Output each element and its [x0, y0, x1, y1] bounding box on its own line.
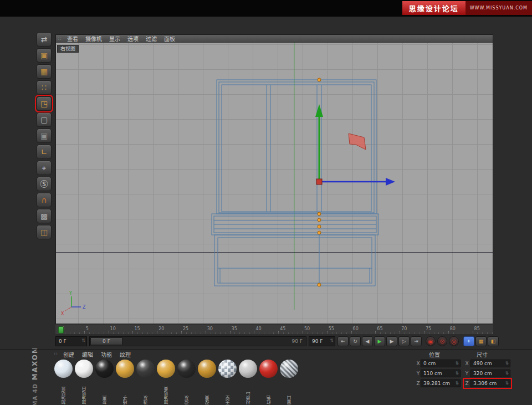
material-ball[interactable] [259, 360, 278, 378]
material-name[interactable]: 深灰 [184, 379, 196, 404]
tool-texture-lock[interactable]: ▩ [37, 209, 52, 223]
autokey-button[interactable]: ⊙ [437, 336, 447, 346]
previous-frame-button[interactable]: ◀ [362, 336, 373, 346]
material-name[interactable]: 加油站蓝 [61, 379, 73, 404]
mode-toolbar: ⇄ ▣ ▦ ∷ ◳ ▢ ▣ [37, 32, 53, 241]
material-name[interactable]: 椅子 [122, 379, 134, 404]
wireframe-model[interactable] [212, 80, 378, 286]
panel-grip-icon[interactable]: ∷ [54, 351, 58, 357]
play-button[interactable]: ▶ [374, 336, 385, 346]
ruler-tick: 30 [206, 325, 230, 334]
tool-icon: ▣ [40, 132, 48, 140]
tool-model-mode[interactable]: ▣ [37, 48, 52, 63]
viewport-canvas[interactable]: Y X Z 右视图 [56, 43, 493, 324]
material-item: 天空 [218, 360, 237, 404]
tool-texture-mode[interactable]: ▦ [37, 64, 52, 79]
material-ball[interactable] [116, 360, 134, 378]
material-ball[interactable] [75, 360, 93, 378]
panel-grip-icon[interactable]: ∷ [58, 36, 62, 42]
move-lock-button[interactable]: + [463, 336, 474, 346]
button-glyph-icon: ▶ [390, 339, 394, 344]
viewport-menu-item[interactable]: 过滤 [146, 34, 157, 43]
material-ball[interactable] [157, 360, 175, 378]
material-ball[interactable] [239, 360, 257, 378]
next-frame-button[interactable]: ▶ [386, 336, 397, 346]
material-menu-item[interactable]: 创建 [63, 350, 74, 358]
preview-range-slider[interactable]: 0 F 90 F [89, 336, 306, 346]
tool-icon: ▦ [40, 68, 48, 75]
tool-magnet-snap[interactable]: ∩ [37, 193, 52, 207]
viewport-menu-item[interactable]: 显示 [109, 34, 120, 43]
ruler-tick: 60 [351, 325, 376, 334]
material-name[interactable]: 红色 [266, 379, 278, 404]
go-to-start-button[interactable]: ⇤ [337, 336, 349, 346]
tool-polygon-mode[interactable]: ▢ [37, 112, 52, 127]
material-menu-item[interactable]: 纹理 [120, 350, 131, 358]
material-name[interactable]: 天空 [225, 379, 237, 404]
tool-axis-lock[interactable]: ◫ [37, 225, 52, 239]
viewport-menu-item[interactable]: 摄像机 [85, 34, 102, 43]
render-view-button[interactable]: ◧ [488, 336, 499, 346]
material-name[interactable]: 窗口 [287, 379, 298, 404]
material-ball[interactable] [280, 360, 298, 378]
size-cell: Y 320 cm [464, 369, 511, 378]
workplane-grid-button[interactable]: ▦ [475, 336, 487, 346]
tool-point-mode[interactable]: ∷ [37, 80, 52, 95]
end-frame-field[interactable]: 90 F [309, 336, 335, 346]
material-name[interactable]: 深黄 [204, 379, 216, 404]
button-glyph-icon: ⇥ [414, 339, 418, 344]
tool-edge-mode[interactable]: ◳ [37, 96, 52, 111]
material-name[interactable]: 加油站黄 [163, 379, 175, 404]
position-field[interactable]: 0 cm [421, 360, 461, 367]
tool-icon: Ⓢ [40, 180, 48, 188]
playhead-marker[interactable] [58, 326, 64, 334]
size-field[interactable]: 3.306 cm [470, 380, 510, 387]
axis-lock-controls: + ▦ ◧ [463, 336, 499, 346]
z-axis-arrowhead[interactable] [386, 178, 395, 186]
size-field[interactable]: 490 cm [470, 360, 510, 367]
material-name[interactable]: 材质.1 [245, 379, 257, 404]
viewport-menu-item[interactable]: 选项 [127, 34, 139, 43]
viewport-menu-item[interactable]: 面板 [164, 34, 175, 43]
next-key-button[interactable]: ▷ [398, 336, 410, 346]
y-axis-arrowhead[interactable] [315, 104, 323, 117]
material-ball[interactable] [95, 360, 114, 378]
material-ball[interactable] [136, 360, 155, 378]
gizmo-center-handle[interactable] [316, 179, 322, 184]
material-name[interactable]: 灰黑 [102, 379, 114, 404]
material-menu-item[interactable]: 功能 [101, 350, 112, 358]
ruler-tick: 35 [230, 325, 254, 334]
forum-banner-link[interactable]: 思缘设计论坛 WWW.MISSYUAN.COM [402, 1, 532, 15]
record-keyframe-button[interactable]: ◉ [426, 336, 436, 346]
button-glyph-icon: ▷ [402, 339, 406, 344]
go-to-end-button[interactable]: ⇥ [411, 336, 422, 346]
move-gizmo[interactable] [315, 104, 395, 186]
position-field[interactable]: 110 cm [421, 370, 461, 377]
tool-icon: ▣ [40, 52, 48, 59]
material-name[interactable]: 加油站白 [81, 379, 93, 404]
timeline-ruler[interactable]: 0 5 10 15 20 25 30 35 40 45 50 55 60 65 … [55, 325, 493, 335]
size-field[interactable]: 320 cm [470, 370, 510, 377]
current-frame-field[interactable]: 0 F [55, 336, 87, 346]
tool-make-editable[interactable]: ⇄ [37, 32, 52, 47]
tool-object-axis-mode[interactable]: ▣ [37, 129, 52, 143]
tool-snap-settings[interactable]: Ⓢ [37, 177, 52, 191]
range-start-handle[interactable]: 0 F [90, 337, 122, 345]
coordinate-row: X 0 cm X 490 cm [415, 358, 532, 368]
viewport-menu-item[interactable]: 查看 [67, 34, 78, 43]
loop-mode-button[interactable]: ↻ [350, 336, 361, 346]
record-options-button[interactable]: ◎ [449, 336, 459, 346]
tool-viewport-nav[interactable]: ⌖ [37, 161, 52, 175]
material-ball[interactable] [177, 360, 196, 378]
material-name[interactable]: 浅灰 [143, 379, 155, 404]
maxon-logo: MAXON CINEMA 4D [31, 347, 39, 405]
plane-handle[interactable] [349, 134, 366, 150]
ruler-tick: 70 [400, 325, 424, 334]
material-ball[interactable] [218, 360, 237, 378]
material-ball[interactable] [54, 360, 73, 378]
viewport-menubar: ∷ 查看 摄像机 显示 选项 过滤 面板 [56, 35, 493, 43]
material-menu-item[interactable]: 编辑 [82, 350, 93, 358]
material-ball[interactable] [198, 360, 216, 378]
tool-workplane-mode[interactable]: ∟ [37, 145, 52, 159]
position-field[interactable]: 39.281 cm [421, 380, 461, 387]
